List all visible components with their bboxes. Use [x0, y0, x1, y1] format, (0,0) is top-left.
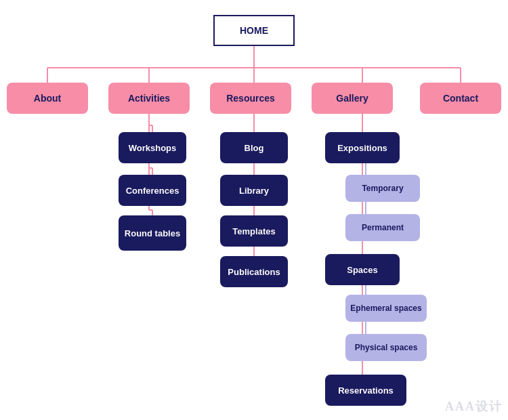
conferences-label: Conferences — [126, 186, 179, 196]
expositions-label: Expositions — [337, 143, 387, 153]
blog-node[interactable]: Blog — [220, 132, 288, 163]
spaces-node[interactable]: Spaces — [325, 254, 400, 285]
roundtables-node[interactable]: Round tables — [119, 215, 186, 251]
ephemeral-spaces-node[interactable]: Ephemeral spaces — [345, 295, 427, 322]
permanent-node[interactable]: Permanent — [345, 214, 420, 241]
workshops-label: Workshops — [129, 143, 177, 153]
templates-node[interactable]: Templates — [220, 215, 288, 247]
reservations-label: Reservations — [338, 385, 394, 396]
temporary-label: Temporary — [362, 184, 403, 193]
physical-spaces-node[interactable]: Physical spaces — [345, 334, 427, 361]
activities-label: Activities — [128, 93, 170, 104]
expositions-node[interactable]: Expositions — [325, 132, 400, 163]
roundtables-label: Round tables — [125, 228, 180, 238]
spaces-label: Spaces — [347, 265, 378, 275]
library-label: Library — [239, 186, 269, 196]
ephemeral-label: Ephemeral spaces — [350, 303, 421, 313]
contact-node[interactable]: Contact — [420, 83, 501, 114]
physical-label: Physical spaces — [355, 343, 418, 352]
reservations-node[interactable]: Reservations — [325, 375, 406, 406]
watermark: AAA设计 — [445, 398, 503, 415]
publications-node[interactable]: Publications — [220, 256, 288, 287]
resources-node[interactable]: Resources — [210, 83, 291, 114]
home-label: HOME — [240, 25, 268, 36]
gallery-label: Gallery — [336, 93, 368, 104]
connectors-svg — [0, 0, 508, 420]
library-node[interactable]: Library — [220, 175, 288, 206]
conferences-node[interactable]: Conferences — [119, 175, 186, 206]
temporary-node[interactable]: Temporary — [345, 175, 420, 202]
blog-label: Blog — [245, 143, 264, 153]
contact-label: Contact — [443, 93, 478, 104]
gallery-node[interactable]: Gallery — [312, 83, 393, 114]
tree-container: HOME About Activities Resources Gallery … — [0, 0, 508, 420]
workshops-node[interactable]: Workshops — [119, 132, 186, 163]
about-label: About — [34, 93, 61, 104]
about-node[interactable]: About — [7, 83, 88, 114]
activities-node[interactable]: Activities — [108, 83, 190, 114]
templates-label: Templates — [232, 226, 275, 236]
permanent-label: Permanent — [362, 223, 404, 232]
home-node[interactable]: HOME — [213, 15, 295, 46]
resources-label: Resources — [226, 93, 275, 104]
publications-label: Publications — [228, 267, 280, 277]
